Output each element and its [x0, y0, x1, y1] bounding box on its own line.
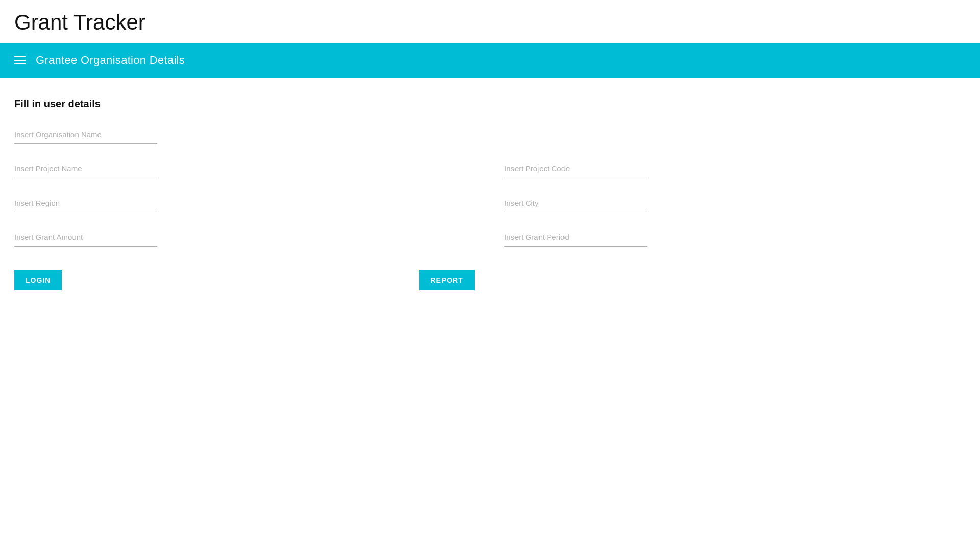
grant-period-field [504, 231, 647, 247]
login-button[interactable]: LOGIN [14, 270, 62, 290]
project-code-field [504, 162, 647, 178]
hamburger-menu-icon[interactable] [14, 56, 26, 64]
organisation-name-input[interactable] [14, 128, 157, 144]
city-input[interactable] [504, 196, 647, 212]
two-col-form [14, 162, 966, 265]
region-input[interactable] [14, 196, 157, 212]
grant-amount-input[interactable] [14, 231, 157, 247]
buttons-row: LOGIN REPORT [14, 270, 966, 290]
grant-amount-field [14, 231, 157, 247]
grant-period-input[interactable] [504, 231, 647, 247]
app-title: Grant Tracker [0, 0, 980, 43]
organisation-name-field [14, 128, 966, 144]
main-content: Fill in user details [0, 78, 980, 305]
right-column [504, 162, 647, 265]
report-button[interactable]: REPORT [419, 270, 474, 290]
region-field [14, 196, 157, 212]
top-bar-title: Grantee Organisation Details [36, 54, 185, 67]
project-name-field [14, 162, 157, 178]
top-bar: Grantee Organisation Details [0, 43, 980, 78]
project-code-input[interactable] [504, 162, 647, 178]
section-title: Fill in user details [14, 98, 966, 110]
city-field [504, 196, 647, 212]
project-name-input[interactable] [14, 162, 157, 178]
left-column [14, 162, 157, 265]
